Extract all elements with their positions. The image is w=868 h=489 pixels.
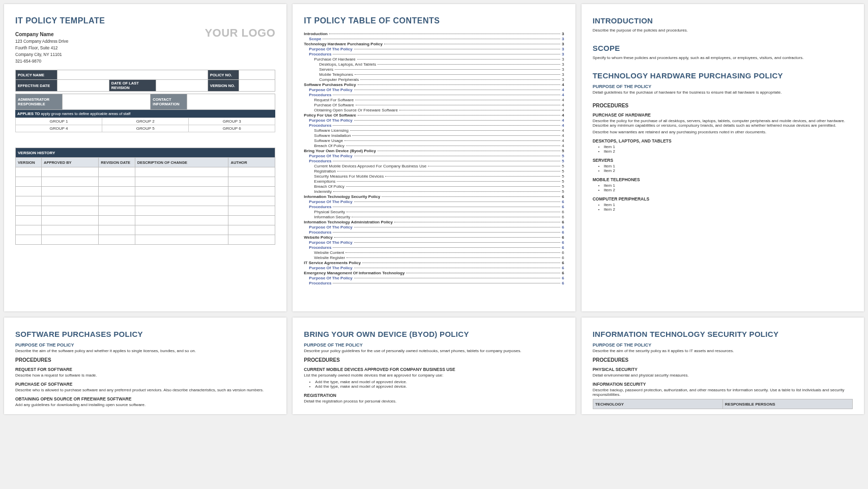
toc-entry: Procedures6 [309, 230, 564, 235]
toc-dots [354, 120, 561, 121]
toc-entry: Breach Of Policy4 [314, 143, 564, 148]
toc-dots [337, 181, 560, 182]
toc-page: 6 [562, 215, 564, 219]
srv-h: SERVERS [593, 158, 853, 163]
lbl-eff-date: EFFECTIVE DATE [16, 80, 57, 92]
p5-reg-t: Detail the registration process for pers… [304, 399, 564, 404]
toc-label: Procedures [309, 245, 331, 250]
toc-entry: Mobile Telephones3 [319, 72, 564, 77]
cp-h: COMPUTER PERIPHERALS [593, 196, 853, 202]
toc-label: Servers [319, 67, 333, 72]
toc-label: Registration [314, 169, 336, 174]
toc-page: 6 [562, 210, 564, 214]
toc-entry: Purpose Of The Policy5 [309, 154, 564, 158]
p6-pop-t: Describe the aim of the security policy … [593, 349, 853, 353]
p5-cmd-h: CURRENT MOBILE DEVICES APPROVED FOR COMP… [304, 367, 564, 372]
addr2: Fourth Floor, Suite 412 [15, 46, 105, 50]
toc-dots [346, 212, 560, 212]
toc-page: 5 [562, 159, 564, 163]
p6-ps-t: Detail environmental and physical securi… [593, 373, 853, 378]
lbl-ver-no: VERSION NO. [208, 80, 239, 92]
tbl-c1: TECHNOLOGY [593, 399, 722, 409]
toc-entry: Security Measures For Mobile Devices5 [314, 174, 564, 179]
toc-label: Purchase Of Hardware [314, 57, 355, 62]
toc-page: 5 [562, 184, 564, 189]
toc-dots [323, 39, 560, 39]
toc-page: 3 [562, 72, 564, 77]
toc-entry: Computer Peripherals3 [319, 77, 564, 82]
lbl-applies: APPLIES TO [17, 111, 40, 116]
toc-entry: Introduction3 [304, 32, 564, 36]
toc-label: Software Usage [314, 138, 343, 143]
toc-entry: Website Policy6 [304, 235, 564, 240]
meta-table: POLICY NAME POLICY NO. EFFECTIVE DATE DA… [15, 70, 275, 92]
toc-page: 3 [562, 37, 564, 41]
dlt-h: DESKTOPS, LAPTOPS, AND TABLETS [593, 138, 853, 143]
toc-dots [333, 95, 560, 95]
toc-label: Information Technology Security Policy [304, 194, 380, 199]
toc-page: 4 [562, 128, 564, 133]
grp2: GROUP 2 [102, 118, 189, 125]
toc-page: 3 [562, 77, 564, 82]
vh-c1: VERSION [16, 158, 42, 167]
toc-label: Current Mobile Devices Approved For Comp… [314, 164, 426, 168]
logo-placeholder: YOUR LOGO [205, 26, 275, 40]
toc-page: 6 [562, 281, 564, 285]
toc-label: Breach Of Policy [314, 184, 344, 189]
p4-pop-h: PURPOSE OF THE POLICY [15, 342, 275, 348]
toc-entry: Bring Your Own Device (Byod) Policy5 [304, 149, 564, 153]
toc-page: 6 [562, 250, 564, 255]
toc-dots [354, 278, 561, 278]
toc-dots [344, 140, 560, 141]
toc-page: 3 [562, 47, 564, 51]
toc-label: Purpose Of The Policy [309, 225, 352, 229]
toc-page: 6 [562, 225, 564, 229]
toc-label: Website Content [314, 250, 344, 255]
toc-dots [394, 222, 560, 222]
val-contact [187, 94, 275, 110]
page-6: INFORMATION TECHNOLOGY SECURITY POLICY P… [582, 318, 864, 414]
p6-proc-h: PROCEDURES [593, 357, 853, 363]
list-item: Item 1 [604, 183, 853, 188]
toc-entry: Servers3 [319, 67, 564, 72]
page-1: IT POLICY TEMPLATE Company Name 123 Comp… [4, 4, 286, 311]
p4-oos-t: Add any guidelines for downloading and i… [15, 402, 275, 407]
toc-dots [354, 268, 561, 268]
toc-label: Bring Your Own Device (Byod) Policy [304, 149, 376, 153]
toc-dots [333, 161, 560, 161]
vh-c5: AUTHOR [228, 158, 275, 167]
toc-dots [354, 242, 561, 243]
toc-label: Desktops, Laptops, And Tablets [319, 62, 376, 67]
toc-dots [352, 135, 560, 136]
p6-pop-h: PURPOSE OF THE POLICY [593, 342, 853, 348]
toc-label: Purpose Of The Policy [309, 266, 352, 270]
toc-entry: Purpose Of The Policy4 [309, 88, 564, 92]
toc-dots [356, 105, 561, 105]
toc-label: Procedures [309, 93, 331, 97]
toc-page: 6 [562, 271, 564, 275]
page-title: IT POLICY TEMPLATE [15, 16, 105, 25]
toc-dots [346, 257, 560, 258]
toc-label: Mobile Telephones [319, 72, 353, 77]
p4-oos-h: OBTAINING OPEN SOURCE OR FREEWARE SOFTWA… [15, 396, 275, 401]
toc-label: Procedures [309, 52, 331, 56]
toc-label: Information Security [314, 215, 350, 219]
vh-c4: DESCRIPTION OF CHANGE [135, 158, 228, 167]
toc-entry: Desktops, Laptops, And Tablets3 [319, 62, 564, 67]
toc-entry: Purchase Of Hardware3 [314, 57, 564, 62]
val-eff-date [57, 80, 109, 92]
toc-label: Introduction [304, 32, 328, 36]
list-item: Item 2 [604, 207, 853, 212]
page-4: SOFTWARE PURCHASES POLICY PURPOSE OF THE… [4, 318, 286, 414]
toc-entry: Information Security6 [314, 215, 564, 219]
val-admin [62, 94, 151, 110]
toc-label: Information Technology Administration Po… [304, 220, 393, 224]
srv-list: Item 1Item 2 [604, 164, 853, 173]
p5-h: BRING YOUR OWN DEVICE (BYOD) POLICY [304, 330, 564, 338]
toc-dots [354, 227, 561, 227]
table-row [16, 235, 275, 245]
toc-label: Emergency Management Of Information Tech… [304, 271, 404, 275]
toc-entry: Purchase Of Software4 [314, 103, 564, 107]
toc-label: Security Measures For Mobile Devices [314, 174, 384, 179]
toc-dots [333, 54, 560, 54]
